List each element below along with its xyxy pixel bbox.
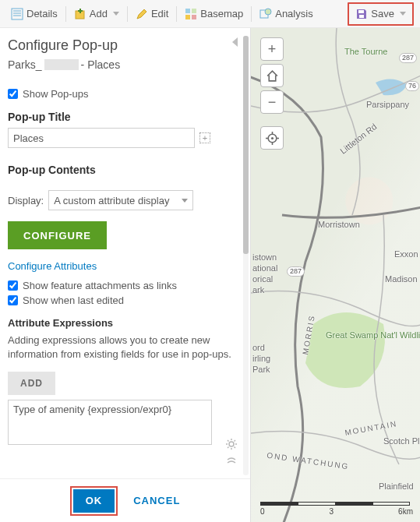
svg-line-23 [235,440,236,442]
home-button[interactable] [260,64,284,87]
svg-rect-0 [12,9,23,19]
map-view[interactable]: The Tourne Parsippany Littleton Rd Morri… [251,28,420,522]
svg-rect-10 [192,15,196,19]
analysis-label: Analysis [275,8,312,19]
svg-rect-14 [359,15,364,18]
save-label: Save [371,8,394,19]
map-label-exxon: Exxon [394,249,418,259]
map-controls: + − [260,37,284,150]
configure-button[interactable]: CONFIGURE [8,221,107,249]
popup-contents-label: Pop-up Contents [8,164,239,176]
map-label-park2: Park [252,365,270,374]
basemap-button[interactable]: Basemap [180,5,248,23]
add-button[interactable]: Add [69,5,124,23]
svg-point-15 [229,442,234,446]
map-label-swamp: Great Swamp Nat'l Wildlife Ref [326,330,380,340]
svg-rect-13 [358,10,364,13]
show-attachments-checkbox[interactable]: Show feature attachments as links [8,280,239,291]
map-label-parsippany: Parsippany [366,100,409,109]
edit-label: Edit [151,8,168,19]
drag-icon[interactable] [225,455,238,467]
show-attachments-input[interactable] [8,280,18,291]
layer-suffix: - Places [81,58,121,71]
map-label-scotch: Scotch Pl [383,436,419,446]
caret-down-icon [113,12,119,16]
details-icon [11,8,23,20]
popup-title-label: Pop-up Title [8,111,239,123]
pencil-icon [136,8,148,20]
svg-rect-8 [192,9,196,13]
svg-rect-7 [185,9,190,13]
save-button[interactable]: Save [351,5,411,23]
scale-2: 6km [398,507,413,516]
add-label: Add [90,8,108,19]
display-select[interactable]: A custom attribute display [48,190,193,210]
show-edited-input[interactable] [8,295,18,305]
panel-button-row: OK CANCEL [0,478,250,522]
redacted-text [44,59,79,70]
layer-prefix: Parks_ [8,58,42,71]
top-toolbar: Details Add Edit Basemap Analysis [0,0,420,28]
scale-1: 3 [330,507,334,516]
caret-down-icon [400,12,406,16]
zoom-in-button[interactable]: + [260,37,284,61]
toolbar-separator [65,6,66,22]
configure-attributes-link[interactable]: Configure Attributes [8,260,97,272]
scale-0: 0 [260,507,265,516]
display-label: Display: [8,195,44,206]
toolbar-separator [176,6,177,22]
save-icon [355,8,368,20]
add-field-icon[interactable]: + [199,132,210,143]
details-label: Details [26,8,58,19]
route-shield-287: 287 [287,266,305,277]
route-shield-287: 287 [399,53,417,63]
basemap-icon [185,8,197,20]
svg-rect-9 [185,15,190,19]
main-area: Configure Pop-up Parks_ - Places Show Po… [0,28,420,522]
collapse-panel-icon[interactable] [232,37,238,47]
expression-list[interactable]: Type of amenity {expression/expr0} [8,400,212,445]
cancel-button[interactable]: CANCEL [133,495,180,506]
expression-item[interactable]: Type of amenity {expression/expr0} [13,404,206,415]
map-label-irling: irling [252,354,270,363]
gear-icon[interactable] [225,438,238,450]
toolbar-separator [251,6,252,22]
add-icon [74,8,86,20]
show-popups-checkbox[interactable]: Show Pop-ups [8,88,239,100]
map-label-ational: ational [252,263,277,273]
map-label-morristown: Morristown [318,220,360,229]
map-label-madison: Madison [385,274,418,284]
panel-title: Configure Pop-up [8,37,239,54]
analysis-button[interactable]: Analysis [255,5,317,23]
panel-scrollbar[interactable] [243,36,249,475]
show-edited-checkbox[interactable]: Show when last edited [8,295,239,306]
caret-down-icon [182,199,188,203]
expressions-heading: Attribute Expressions [8,317,239,329]
panel-scrollbar-thumb[interactable] [243,36,249,254]
map-label-orical: orical [252,274,273,284]
configure-popup-panel: Configure Pop-up Parks_ - Places Show Po… [0,28,251,522]
svg-point-25 [270,136,273,139]
popup-title-input[interactable] [8,128,195,148]
expressions-description: Adding expressions allows you to create … [8,333,234,361]
save-highlight: Save [348,2,414,26]
svg-rect-6 [78,10,83,12]
show-popups-input[interactable] [8,89,18,99]
svg-line-22 [228,447,229,449]
display-row: Display: A custom attribute display [8,190,239,210]
ok-button[interactable]: OK [73,489,115,513]
map-label-ark: ark [252,285,264,295]
edit-button[interactable]: Edit [131,5,173,23]
add-expression-button[interactable]: ADD [8,372,55,395]
ok-highlight: OK [70,486,118,516]
details-button[interactable]: Details [6,5,62,23]
show-popups-label: Show Pop-ups [23,88,89,100]
analysis-icon [259,8,272,20]
locate-button[interactable] [260,126,284,150]
scale-bar: 0 3 6km [260,502,413,516]
map-label-ord: ord [252,343,265,352]
map-label-tourne: The Tourne [344,47,387,56]
layer-name: Parks_ - Places [8,58,239,71]
zoom-out-button[interactable]: − [260,90,284,114]
svg-line-21 [235,447,236,449]
